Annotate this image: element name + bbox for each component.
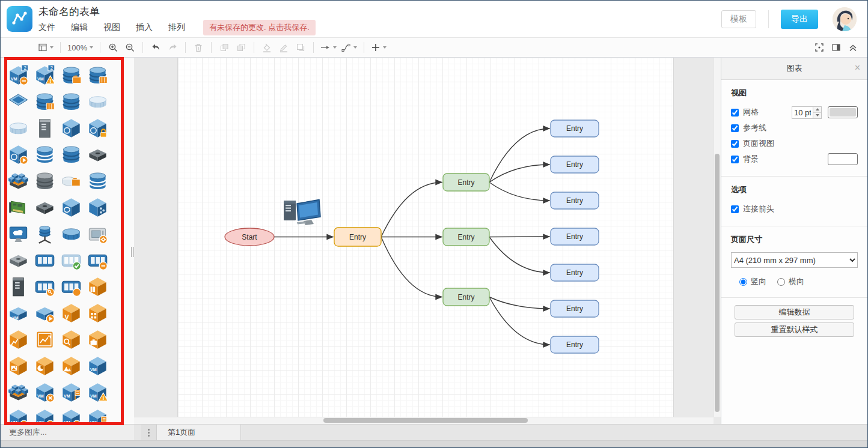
palette-shape-12-circle[interactable]	[84, 115, 111, 141]
palette-shape-37-vm[interactable]: VM	[5, 300, 31, 326]
canvas[interactable]: StartEntryEntryEntryEntryEntryEntryEntry…	[134, 58, 721, 424]
workstation-icon[interactable]	[284, 200, 320, 226]
zoom-level-button[interactable]: 100%	[66, 40, 94, 55]
zoom-out-button[interactable]	[123, 40, 137, 55]
palette-shape-50-vm[interactable]: VM	[31, 379, 58, 405]
palette-shape-17-lego[interactable]	[5, 168, 31, 194]
palette-shape-52-vm[interactable]: VM!	[84, 379, 111, 405]
user-avatar[interactable]	[833, 7, 857, 31]
shadow-button[interactable]	[293, 40, 308, 55]
tab-diagram[interactable]: 图表	[721, 63, 867, 74]
palette-shape-9-disk[interactable]	[5, 115, 31, 141]
palette-shape-41-chart[interactable]	[5, 326, 31, 353]
diagram-edge-g1-b3[interactable]	[489, 183, 550, 201]
palette-shape-24-dots[interactable]	[84, 194, 111, 220]
diagram-node-b4[interactable]: Entry	[551, 228, 599, 245]
palette-shape-4-cyl[interactable]	[84, 62, 111, 88]
palette-shape-22-flatserver[interactable]	[31, 194, 58, 220]
palette-shape-3-cyl[interactable]	[58, 62, 84, 88]
menu-edit[interactable]: 编辑	[71, 22, 88, 33]
diagram-node-g2[interactable]: Entry	[443, 228, 489, 246]
grid-size-stepper[interactable]	[813, 106, 822, 119]
grid-size-input[interactable]	[792, 106, 813, 119]
palette-shape-29-flatserver[interactable]	[5, 247, 31, 273]
palette-shape-46-pie[interactable]	[31, 353, 58, 379]
palette-shape-16-flatserver[interactable]	[84, 141, 111, 168]
portrait-label[interactable]: 竖向	[751, 276, 766, 287]
palette-shape-21-card[interactable]	[5, 194, 31, 220]
menu-view[interactable]: 视图	[103, 22, 120, 33]
palette-shape-32-screen[interactable]	[84, 247, 111, 273]
palette-shape-35-screen[interactable]	[58, 273, 84, 300]
palette-shape-47-mtn[interactable]	[58, 353, 84, 379]
palette-shape-49-lego[interactable]	[5, 379, 31, 405]
palette-shape-54-vm[interactable]: VM	[31, 405, 58, 424]
palette-shape-7-cyl[interactable]	[58, 88, 84, 115]
to-back-button[interactable]	[234, 40, 248, 55]
landscape-radio[interactable]	[777, 278, 785, 286]
delete-button[interactable]	[191, 40, 206, 55]
diagram-node-b1[interactable]: Entry	[551, 120, 599, 137]
document-title[interactable]: 未命名的表单	[38, 5, 316, 19]
diagram-edge-g2-b5[interactable]	[489, 237, 550, 273]
horizontal-scrollbar-thumb[interactable]	[323, 418, 528, 423]
background-checkbox[interactable]	[731, 156, 739, 163]
unsaved-changes-notice[interactable]: 有未保存的更改. 点击我保存.	[203, 20, 316, 35]
diagram-edge-g1-b2[interactable]	[489, 165, 550, 183]
portrait-radio[interactable]	[739, 278, 747, 286]
palette-shape-45-img[interactable]	[5, 353, 31, 379]
palette-shape-34-screen[interactable]	[31, 273, 58, 300]
zoom-in-button[interactable]	[106, 40, 120, 55]
reset-default-style-button[interactable]: 重置默认样式	[735, 322, 854, 337]
palette-shape-53-vm[interactable]: VM	[5, 405, 31, 424]
palette-shape-31-screen[interactable]	[58, 247, 84, 273]
palette-shape-18-cyl[interactable]	[31, 168, 58, 194]
palette-shape-19-cloudfolder[interactable]	[58, 168, 84, 194]
background-label[interactable]: 背景	[743, 154, 759, 165]
connection-arrows-checkbox[interactable]	[731, 205, 739, 213]
diagram-node-g3[interactable]: Entry	[443, 288, 489, 306]
diagram-node-entry1[interactable]: Entry	[334, 228, 381, 246]
palette-shape-27-disk[interactable]	[58, 220, 84, 247]
export-button[interactable]: 导出	[781, 10, 818, 29]
palette-shape-13-circle[interactable]	[5, 141, 31, 168]
palette-shape-26-standdb[interactable]	[31, 220, 58, 247]
palette-shape-1-vm[interactable]: VM2	[5, 62, 31, 88]
palette-shape-30-screen[interactable]	[31, 247, 58, 273]
page-size-select[interactable]: A4 (210 mm x 297 mm)	[731, 252, 858, 268]
vertical-scrollbar-thumb[interactable]	[715, 154, 720, 412]
palette-shape-36-win[interactable]	[84, 273, 111, 300]
palette-shape-6-cyl[interactable]	[31, 88, 58, 115]
to-front-button[interactable]	[217, 40, 231, 55]
edit-data-button[interactable]: 编辑数据	[735, 305, 854, 319]
diagram-edge-entry1-g1[interactable]	[381, 183, 442, 237]
grid-label[interactable]: 网格	[743, 107, 759, 118]
background-color-swatch[interactable]	[828, 153, 858, 165]
menu-file[interactable]: 文件	[38, 22, 55, 33]
diagram-edge-g2-b4[interactable]	[489, 237, 550, 237]
menu-arrange[interactable]: 排列	[168, 22, 185, 33]
collapse-toolbar-button[interactable]	[846, 40, 860, 55]
menu-insert[interactable]: 插入	[136, 22, 153, 33]
palette-shape-48-vm[interactable]: VM	[84, 353, 111, 379]
close-panel-icon[interactable]: ×	[855, 62, 860, 73]
horizontal-scrollbar-track[interactable]	[134, 417, 714, 424]
palette-shape-14-cylw[interactable]	[31, 141, 58, 168]
page-view-label[interactable]: 页面视图	[743, 138, 774, 149]
grid-checkbox[interactable]	[731, 109, 739, 117]
palette-shape-38-flatcube[interactable]	[31, 300, 58, 326]
palette-shape-10-server[interactable]	[31, 115, 58, 141]
palette-shape-44-case[interactable]	[84, 326, 111, 353]
palette-shape-55-vm[interactable]: VM	[58, 405, 84, 424]
connection-arrow-button[interactable]	[319, 40, 338, 55]
diagram-node-b2[interactable]: Entry	[551, 156, 599, 173]
insert-shape-button[interactable]	[370, 40, 388, 55]
diagram-node-b7[interactable]: Entry	[551, 336, 599, 353]
diagram-edge-g3-b7[interactable]	[489, 297, 550, 345]
page-tab-1[interactable]: 第1页面	[157, 425, 241, 440]
palette-shape-23-sync[interactable]	[58, 194, 84, 220]
fill-color-button[interactable]	[260, 40, 274, 55]
shape-palette[interactable]: VM2VM!2 VMVVMVMVMVM!VMVMVMVM	[1, 58, 134, 424]
palette-shape-15-cyl[interactable]	[58, 141, 84, 168]
app-logo[interactable]	[7, 6, 32, 32]
